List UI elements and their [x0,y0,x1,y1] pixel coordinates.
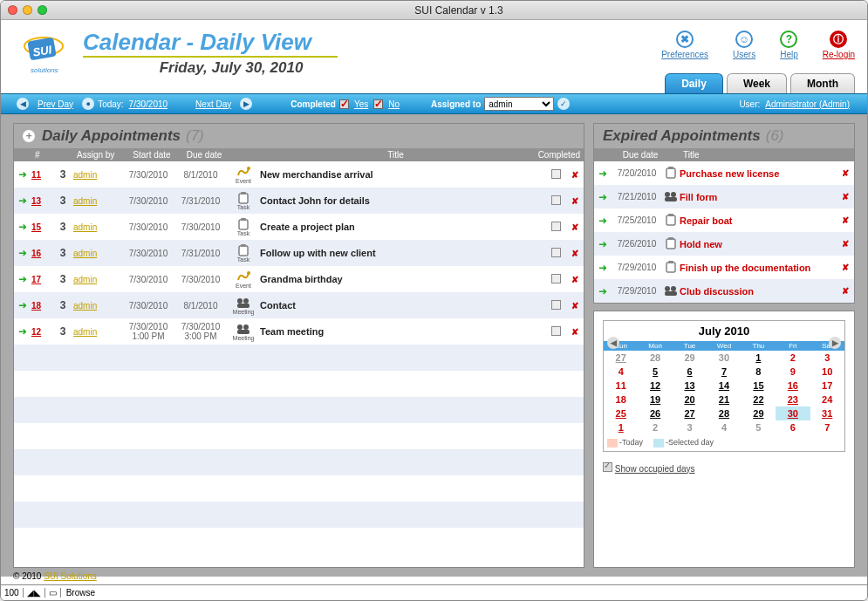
assignee-link[interactable]: admin [73,327,97,337]
appointment-row[interactable]: ➜153admin7/30/20107/30/2010TaskCreate a … [14,214,584,240]
appointment-id-link[interactable]: 17 [31,275,41,284]
calendar-day[interactable]: 6 [673,365,707,379]
calendar-day[interactable]: 17 [810,379,844,393]
relogin-link[interactable]: ⓘRe-login [823,31,855,59]
delete-button[interactable]: ✘ [566,222,584,232]
assignee-link[interactable]: admin [73,275,97,284]
delete-button[interactable]: ✘ [566,249,584,258]
zoom-icon[interactable] [38,5,47,15]
delete-button[interactable]: ✘ [566,275,584,284]
calendar-day[interactable]: 26 [638,406,672,420]
prev-day-icon[interactable]: ◀ [17,98,29,110]
calendar-day[interactable]: 29 [742,406,776,420]
calendar-day[interactable]: 19 [638,393,672,406]
calendar-day[interactable]: 21 [707,393,741,406]
close-icon[interactable] [8,5,17,15]
calendar-day[interactable]: 23 [776,393,810,406]
prev-day-link[interactable]: Prev Day [38,99,73,109]
calendar-day[interactable]: 28 [707,406,741,420]
completed-checkbox[interactable] [551,300,561,310]
calendar-day[interactable]: 29 [673,351,707,365]
completed-no-checkbox[interactable] [373,99,383,109]
help-link[interactable]: ?Help [780,31,798,59]
appointment-id-link[interactable]: 18 [31,301,41,311]
appointment-id-link[interactable]: 11 [31,170,41,180]
zoom-level[interactable]: 100 [1,588,24,598]
delete-button[interactable]: ✘ [837,263,854,272]
assignee-link[interactable]: admin [73,249,97,258]
delete-button[interactable]: ✘ [566,327,584,337]
calendar-day[interactable]: 28 [638,351,672,365]
appointment-row[interactable]: ➜113admin7/30/20108/1/2010EventNew merch… [14,161,584,188]
assignee-link[interactable]: admin [73,301,97,311]
status-icon-2[interactable]: ▭ [45,588,61,598]
calendar-day[interactable]: 2 [638,420,672,434]
calendar-day[interactable]: 4 [707,420,741,434]
assignee-link[interactable]: admin [73,222,97,232]
current-user-link[interactable]: Administrator (Admin) [765,99,850,109]
expired-row[interactable]: ➜7/29/2010Club discussion✘ [594,279,854,303]
calendar-day[interactable]: 14 [707,379,741,393]
assignee-link[interactable]: admin [73,170,97,180]
cal-next-icon[interactable]: ▶ [829,337,841,349]
calendar-day[interactable]: 5 [742,420,776,434]
delete-button[interactable]: ✘ [837,239,854,249]
expired-row[interactable]: ➜7/21/2010Fill form✘ [594,185,854,208]
today-link[interactable]: 7/30/2010 [129,99,168,109]
assignee-link[interactable]: admin [73,196,97,206]
calendar-day[interactable]: 4 [604,365,638,379]
tab-week[interactable]: Week [727,73,787,93]
calendar-day[interactable]: 31 [810,406,844,420]
expired-row[interactable]: ➜7/26/2010Hold new✘ [594,232,854,256]
calendar-day[interactable]: 12 [638,379,672,393]
calendar-day[interactable]: 8 [742,365,776,379]
appointment-row[interactable]: ➜183admin7/30/20108/1/2010MeetingContact… [14,292,584,318]
calendar-day[interactable]: 13 [673,379,707,393]
tab-month[interactable]: Month [790,73,855,93]
calendar-day[interactable]: 5 [638,365,672,379]
preferences-link[interactable]: ✖Preferences [661,31,708,59]
calendar-day[interactable]: 16 [776,379,810,393]
delete-button[interactable]: ✘ [566,196,584,206]
calendar-day[interactable]: 10 [810,365,844,379]
calendar-day[interactable]: 3 [673,420,707,434]
assigned-confirm-icon[interactable]: ✓ [557,98,570,110]
calendar-day[interactable]: 25 [604,406,638,420]
footer-link[interactable]: SUI Solutions [44,571,97,581]
calendar-day[interactable]: 3 [810,351,844,365]
calendar-day[interactable]: 15 [742,379,776,393]
calendar-day[interactable]: 27 [673,406,707,420]
next-day-link[interactable]: Next Day [195,99,231,109]
expired-row[interactable]: ➜7/25/2010Repair boat✘ [594,208,854,232]
calendar-day[interactable]: 18 [604,393,638,406]
add-appointment-button[interactable]: + [23,130,35,142]
calendar-day[interactable]: 1 [742,351,776,365]
calendar-day[interactable]: 9 [776,365,810,379]
appointment-row[interactable]: ➜123admin7/30/20101:00 PM7/30/20103:00 P… [14,318,584,345]
calendar-day[interactable]: 6 [776,420,810,434]
status-icon-1[interactable]: ◢◣ [24,588,45,598]
show-occupied-checkbox[interactable]: ✓ [603,462,612,472]
users-link[interactable]: ☺Users [733,31,755,59]
appointment-id-link[interactable]: 15 [31,222,41,232]
completed-checkbox[interactable] [551,248,561,257]
calendar-day[interactable]: 7 [810,420,844,434]
calendar-day[interactable]: 30 [707,351,741,365]
appointment-row[interactable]: ➜173admin7/30/20107/30/2010EventGrandma … [14,266,584,292]
calendar-day[interactable]: 1 [604,420,638,434]
calendar-day[interactable]: 22 [742,393,776,406]
completed-checkbox[interactable] [551,326,561,336]
appointment-row[interactable]: ➜133admin7/30/20107/31/2010TaskContact J… [14,188,584,214]
delete-button[interactable]: ✘ [837,192,854,201]
expired-row[interactable]: ➜7/20/2010Purchase new license✘ [594,161,854,185]
delete-button[interactable]: ✘ [837,286,854,296]
completed-checkbox[interactable] [551,195,561,205]
today-icon[interactable]: ● [82,98,94,110]
completed-checkbox[interactable] [551,169,561,179]
next-day-icon[interactable]: ▶ [240,98,252,110]
calendar-day[interactable]: 11 [604,379,638,393]
appointment-id-link[interactable]: 13 [31,196,41,206]
delete-button[interactable]: ✘ [837,215,854,225]
calendar-day[interactable]: 24 [810,393,844,406]
tab-daily[interactable]: Daily [665,73,723,93]
